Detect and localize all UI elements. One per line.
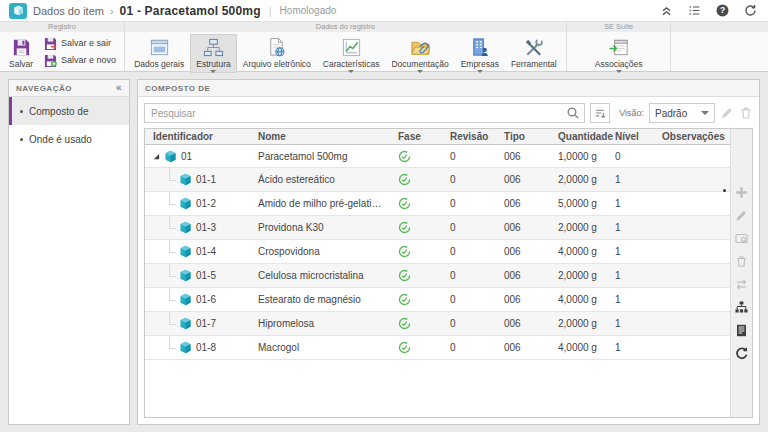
save-and-exit-button[interactable]: Salvar e sair	[41, 36, 119, 51]
item-revision: 0	[442, 312, 496, 336]
item-observations	[654, 288, 730, 312]
table-row[interactable]: 01 Paracetamol 500mg 0 006 1,0000 g 0	[145, 145, 730, 168]
phase-released-icon	[398, 221, 411, 234]
sidebar-collapse-icon[interactable]: «	[116, 83, 122, 93]
item-quantity: 2,0000 g	[550, 216, 607, 240]
column-header[interactable]: Revisão	[442, 129, 496, 145]
item-name: Providona K30	[250, 216, 390, 240]
item-revision: 0	[442, 168, 496, 192]
item-quantity: 4,0000 g	[550, 336, 607, 360]
electronic-file-button[interactable]: Arquivo eletrônico	[237, 34, 317, 73]
search-box	[144, 103, 585, 123]
companies-button[interactable]: Empresas	[455, 34, 505, 73]
add-icon	[735, 186, 748, 199]
item-observations	[654, 216, 730, 240]
column-header[interactable]: Fase	[390, 129, 442, 145]
characteristics-button[interactable]: Características	[317, 34, 386, 73]
column-header[interactable]: Tipo	[496, 129, 550, 145]
bullet-icon	[20, 110, 23, 113]
sidebar-item-composto-de[interactable]: Composto de	[9, 97, 129, 125]
item-icon	[179, 269, 192, 282]
column-header[interactable]: Quantidade	[550, 129, 607, 145]
refresh-icon[interactable]	[735, 347, 748, 360]
column-header[interactable]: Nome	[250, 129, 390, 145]
table-row[interactable]: 01-6 Estearato de magnésio 0 006 4,0000 …	[145, 288, 730, 312]
splitter-handle[interactable]	[723, 189, 726, 192]
column-header[interactable]: Identificador	[145, 129, 250, 145]
delete-view-icon	[739, 106, 753, 120]
item-level: 1	[607, 312, 654, 336]
item-type: 006	[496, 336, 550, 360]
item-name: Ácido estereático	[250, 168, 390, 192]
characteristics-icon	[341, 37, 362, 58]
item-identifier: 01-3	[196, 222, 216, 233]
phase-released-icon	[398, 150, 411, 163]
collapse-ribbon-icon[interactable]	[660, 4, 673, 17]
menu-caret-icon	[417, 70, 423, 73]
tree-line	[166, 264, 175, 287]
save-button[interactable]: Salvar	[3, 34, 39, 69]
item-level: 1	[607, 288, 654, 312]
table-row[interactable]: 01-1 Ácido estereático 0 006 2,0000 g 1	[145, 168, 730, 192]
composition-table: Identificador Nome Fase Revisão Tipo Qua…	[145, 129, 730, 360]
tree-line	[166, 192, 175, 215]
reload-icon[interactable]	[744, 4, 757, 17]
grid-options-button[interactable]	[590, 103, 610, 123]
item-type: 006	[496, 216, 550, 240]
index-list-icon[interactable]	[688, 4, 701, 17]
item-identifier: 01-4	[196, 246, 216, 257]
phase-released-icon	[398, 197, 411, 210]
save-and-new-button[interactable]: Salvar e novo	[41, 53, 119, 68]
search-icon[interactable]	[566, 106, 580, 120]
navigation-sidebar: NAVEGAÇÃO « Composto de Onde é usado	[8, 79, 130, 425]
table-row[interactable]: 01-7 Hipromelosa 0 006 2,0000 g 1	[145, 312, 730, 336]
move-icon	[735, 278, 748, 291]
general-data-button[interactable]: Dados gerais	[128, 34, 190, 73]
expand-icon[interactable]	[153, 153, 160, 160]
table-row[interactable]: 01-2 Amido de milho pré-gelatinizado 0 0…	[145, 192, 730, 216]
table-row[interactable]: 01-3 Providona K30 0 006 2,0000 g 1	[145, 216, 730, 240]
item-type: 006	[496, 168, 550, 192]
item-revision: 0	[442, 145, 496, 168]
item-identifier: 01	[181, 151, 192, 162]
electronic-file-icon	[266, 37, 287, 58]
item-revision: 0	[442, 336, 496, 360]
table-row[interactable]: 01-8 Macrogol 0 006 4,0000 g 1	[145, 336, 730, 360]
breadcrumb[interactable]: Dados do item	[33, 5, 104, 17]
report-icon[interactable]	[735, 324, 748, 337]
delete-icon	[735, 255, 748, 268]
item-identifier: 01-2	[196, 198, 216, 209]
table-body: 01 Paracetamol 500mg 0 006 1,0000 g 0	[145, 145, 730, 360]
sidebar-item-onde-e-usado[interactable]: Onde é usado	[9, 125, 129, 153]
item-icon	[179, 221, 192, 234]
help-icon[interactable]: ?	[716, 4, 729, 17]
table-row[interactable]: 01-4 Crospovidona 0 006 4,0000 g 1	[145, 240, 730, 264]
table-row[interactable]: 01-5 Celulosa microcristalina 0 006 2,00…	[145, 264, 730, 288]
phase-released-icon	[398, 173, 411, 186]
title-bar: Dados do item › 01 - Paracetamol 500mg |…	[0, 0, 768, 22]
grid-options-icon	[594, 107, 607, 120]
column-header[interactable]: Nível	[607, 129, 654, 145]
documentation-icon	[410, 37, 431, 58]
structure-grid: Identificador Nome Fase Revisão Tipo Qua…	[144, 128, 753, 418]
phase-released-icon	[398, 317, 411, 330]
breadcrumb-separator: ›	[110, 5, 114, 17]
menu-caret-icon	[616, 70, 622, 73]
column-header[interactable]: Observações	[654, 129, 730, 145]
search-input[interactable]	[145, 108, 566, 119]
item-quantity: 4,0000 g	[550, 288, 607, 312]
view-select[interactable]: Padrão	[649, 103, 715, 123]
grid-side-toolbar	[730, 129, 752, 417]
associations-button[interactable]: Associações	[589, 34, 649, 73]
documentation-button[interactable]: Documentação	[385, 34, 454, 73]
item-revision: 0	[442, 216, 496, 240]
associations-icon	[608, 37, 629, 58]
item-revision: 0	[442, 240, 496, 264]
item-name: Crospovidona	[250, 240, 390, 264]
item-name: Macrogol	[250, 336, 390, 360]
bullet-icon	[20, 138, 23, 141]
structure-button[interactable]: Estrutura	[190, 34, 237, 73]
structure-tree-icon[interactable]	[735, 301, 748, 314]
tooling-button[interactable]: Ferramental	[505, 34, 563, 73]
item-name: Hipromelosa	[250, 312, 390, 336]
